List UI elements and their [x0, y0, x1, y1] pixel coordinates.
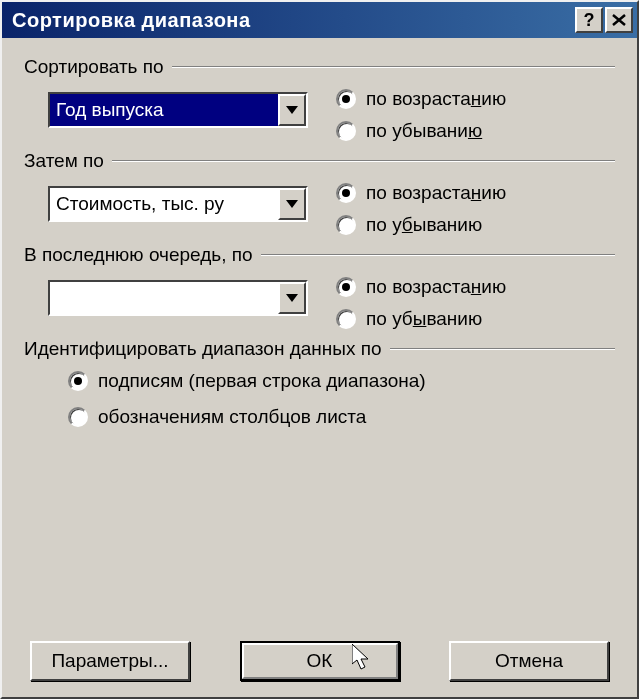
sort1-desc-radio[interactable]: по убыванию: [336, 120, 506, 142]
radio-label: по возрастанию: [366, 182, 506, 204]
then-by-group-1: Затем по Стоимость, тыс. ру по возрастан…: [24, 150, 615, 236]
chevron-down-icon: [286, 200, 298, 208]
sort2-desc-radio[interactable]: по убыванию: [336, 214, 506, 236]
sort1-asc-radio[interactable]: по возрастанию: [336, 88, 506, 110]
sort3-order-radios: по возрастанию по убыванию: [336, 274, 506, 330]
sort3-asc-radio[interactable]: по возрастанию: [336, 276, 506, 298]
radio-icon: [336, 309, 356, 329]
radio-label: подписям (первая строка диапазона): [98, 370, 426, 392]
then-by-combo-1[interactable]: Стоимость, тыс. ру: [48, 186, 308, 222]
close-button[interactable]: [605, 7, 633, 33]
identify-label: Идентифицировать диапазон данных по: [24, 338, 390, 360]
then-by-group-2: В последнюю очередь, по по возрастанию п…: [24, 244, 615, 330]
then-by-label-2: В последнюю очередь, по: [24, 244, 261, 266]
sort1-order-radios: по возрастанию по убыванию: [336, 86, 506, 142]
titlebar: Сортировка диапазона ?: [2, 2, 637, 38]
cancel-button[interactable]: Отмена: [449, 641, 609, 681]
identify-columns-radio[interactable]: обозначениям столбцов листа: [68, 406, 615, 428]
sort-by-label: Сортировать по: [24, 56, 172, 78]
identify-labels-radio[interactable]: подписям (первая строка диапазона): [68, 370, 615, 392]
sort2-asc-radio[interactable]: по возрастанию: [336, 182, 506, 204]
radio-label: по убыванию: [366, 308, 482, 330]
chevron-down-icon: [286, 294, 298, 302]
radio-icon: [68, 407, 88, 427]
group-label: В последнюю очередь, по: [24, 244, 615, 266]
dialog-window: Сортировка диапазона ? Сортировать по Го…: [0, 0, 639, 699]
dialog-title: Сортировка диапазона: [12, 9, 575, 32]
close-icon: [612, 14, 626, 26]
radio-icon: [336, 277, 356, 297]
dialog-body: Сортировать по Год выпуска по возрастани…: [2, 38, 637, 697]
radio-label: по возрастанию: [366, 88, 506, 110]
sort-by-group: Сортировать по Год выпуска по возрастани…: [24, 56, 615, 142]
sort2-order-radios: по возрастанию по убыванию: [336, 180, 506, 236]
radio-icon: [336, 89, 356, 109]
radio-label: по убыванию: [366, 214, 482, 236]
then-by-value-1: Стоимость, тыс. ру: [50, 188, 278, 220]
radio-label: обозначениям столбцов листа: [98, 406, 366, 428]
then-by-value-2: [50, 282, 278, 314]
help-button[interactable]: ?: [575, 7, 603, 33]
options-button[interactable]: Параметры...: [30, 641, 190, 681]
radio-label: по убыванию: [366, 120, 482, 142]
radio-label: по возрастанию: [366, 276, 506, 298]
group-label: Затем по: [24, 150, 615, 172]
then-by-label: Затем по: [24, 150, 112, 172]
radio-icon: [68, 371, 88, 391]
sort-by-value: Год выпуска: [50, 94, 278, 126]
radio-icon: [336, 121, 356, 141]
dropdown-button[interactable]: [278, 188, 306, 220]
ok-button[interactable]: ОК: [240, 641, 400, 681]
radio-icon: [336, 215, 356, 235]
radio-icon: [336, 183, 356, 203]
dropdown-button[interactable]: [278, 282, 306, 314]
titlebar-buttons: ?: [575, 7, 633, 33]
dropdown-button[interactable]: [278, 94, 306, 126]
sort-by-combo[interactable]: Год выпуска: [48, 92, 308, 128]
group-label: Сортировать по: [24, 56, 615, 78]
sort3-desc-radio[interactable]: по убыванию: [336, 308, 506, 330]
identify-group: Идентифицировать диапазон данных по подп…: [24, 338, 615, 442]
chevron-down-icon: [286, 106, 298, 114]
button-row: Параметры... ОК Отмена: [24, 629, 615, 681]
group-label: Идентифицировать диапазон данных по: [24, 338, 615, 360]
then-by-combo-2[interactable]: [48, 280, 308, 316]
